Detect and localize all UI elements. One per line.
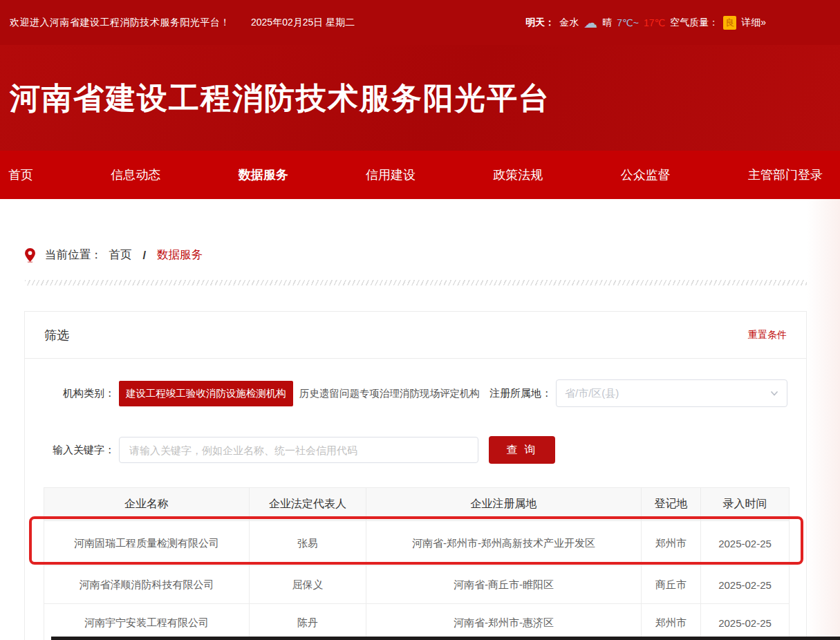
filter-card-header: 筛选 重置条件 [25, 312, 806, 359]
table-row[interactable]: 河南宇宁安装工程有限公司 陈丹 河南省-郑州市-惠济区 郑州市 2025-02-… [44, 604, 790, 640]
nav-item-supervision[interactable]: 公众监督 [621, 167, 671, 183]
cell-entry-date: 2025-02-25 [701, 604, 790, 640]
aqi-label: 空气质量： [670, 17, 718, 29]
cell-registry-city: 郑州市 [642, 521, 701, 566]
breadcrumb-label: 当前位置： [45, 247, 102, 263]
right-background-strip [807, 199, 840, 640]
top-info-bar: 欢迎进入河南省建设工程消防技术服务阳光平台！ 2025年02月25日 星期二 明… [0, 0, 840, 45]
hatched-divider [25, 280, 807, 285]
breadcrumb-separator: / [139, 249, 151, 262]
temp-high: 17℃ [644, 17, 665, 28]
chevron-down-icon [770, 389, 778, 397]
nav-item-admin-login[interactable]: 主管部门登录 [748, 167, 823, 183]
nav-item-home[interactable]: 首页 [8, 167, 33, 183]
page-content: 当前位置： 首页 / 数据服务 筛选 重置条件 机构类别： 建设工程竣工验收消防… [0, 199, 840, 640]
cell-registered-region: 河南省-郑州市-郑州高新技术产业开发区 [366, 521, 642, 566]
category-option-other[interactable]: 历史遗留问题专项治理消防现场评定机构 [299, 387, 480, 400]
table-row[interactable]: 河南省泽顺消防科技有限公司 屈保义 河南省-商丘市-睢阳区 商丘市 2025-0… [44, 566, 790, 604]
cell-registry-city: 商丘市 [642, 566, 701, 604]
footer-edge-strip [51, 637, 840, 640]
col-registered-region: 企业注册属地 [366, 488, 642, 521]
breadcrumb: 当前位置： 首页 / 数据服务 [25, 247, 203, 263]
nav-item-credit[interactable]: 信用建设 [366, 167, 416, 183]
breadcrumb-home-link[interactable]: 首页 [109, 247, 132, 263]
region-select-placeholder: 省/市/区(县) [565, 387, 770, 400]
weather-widget: 明天： 金水 ☁ 晴 7℃~ 17℃ 空气质量： 良 详细» [525, 16, 766, 30]
cell-registered-region: 河南省-郑州市-惠济区 [366, 604, 642, 640]
filter-card: 筛选 重置条件 机构类别： 建设工程竣工验收消防设施检测机构 历史遗留问题专项治… [24, 311, 807, 640]
cell-registry-city: 郑州市 [642, 604, 701, 640]
site-banner: 河南省建设工程消防技术服务阳光平台 [0, 45, 840, 151]
cell-company-name: 河南省泽顺消防科技有限公司 [44, 566, 250, 604]
col-company-name: 企业名称 [44, 488, 250, 521]
cloud-icon: ☁ [584, 16, 597, 30]
cell-legal-rep: 张易 [250, 521, 366, 566]
location-pin-icon [25, 248, 35, 263]
weather-detail-link[interactable]: 详细» [741, 17, 766, 29]
col-legal-rep: 企业法定代表人 [250, 488, 366, 521]
table-row[interactable]: 河南固瑞工程质量检测有限公司 张易 河南省-郑州市-郑州高新技术产业开发区 郑州… [44, 521, 790, 566]
nav-item-policy[interactable]: 政策法规 [493, 167, 543, 183]
cell-company-name: 河南固瑞工程质量检测有限公司 [44, 521, 250, 566]
nav-item-data-service[interactable]: 数据服务 [239, 167, 288, 183]
breadcrumb-current: 数据服务 [157, 247, 203, 263]
keyword-filter-row: 输入关键字： 查 询 [25, 436, 787, 464]
keyword-input[interactable] [119, 437, 478, 463]
cell-legal-rep: 陈丹 [250, 604, 366, 640]
category-filter-row: 机构类别： 建设工程竣工验收消防设施检测机构 历史遗留问题专项治理消防现场评定机… [25, 379, 787, 407]
weather-district: 金水 [559, 17, 579, 29]
keyword-label: 输入关键字： [25, 444, 115, 457]
reset-filters-link[interactable]: 重置条件 [748, 329, 787, 341]
welcome-text: 欢迎进入河南省建设工程消防技术服务阳光平台！ [10, 17, 230, 29]
cell-entry-date: 2025-02-25 [701, 521, 790, 566]
region-label: 注册所属地： [486, 387, 552, 400]
search-button[interactable]: 查 询 [489, 436, 555, 464]
col-entry-date: 录入时间 [701, 488, 790, 521]
cell-entry-date: 2025-02-25 [701, 566, 790, 604]
cell-legal-rep: 屈保义 [250, 566, 366, 604]
category-label: 机构类别： [25, 387, 115, 400]
weather-condition: 晴 [602, 17, 612, 29]
category-option-selected[interactable]: 建设工程竣工验收消防设施检测机构 [119, 381, 293, 406]
weather-tomorrow-label: 明天： [525, 17, 554, 29]
region-select[interactable]: 省/市/区(县) [556, 379, 787, 407]
table-header-row: 企业名称 企业法定代表人 企业注册属地 登记地 录入时间 [44, 488, 790, 521]
temp-low: 7℃~ [617, 17, 639, 28]
site-title: 河南省建设工程消防技术服务阳光平台 [10, 82, 840, 115]
col-registry-city: 登记地 [642, 488, 701, 521]
main-nav: 首页 信息动态 数据服务 信用建设 政策法规 公众监督 主管部门登录 [0, 151, 840, 199]
cell-registered-region: 河南省-商丘市-睢阳区 [366, 566, 642, 604]
filter-title: 筛选 [44, 327, 69, 343]
date-text: 2025年02月25日 星期二 [251, 17, 355, 29]
nav-item-news[interactable]: 信息动态 [111, 167, 160, 183]
results-table: 企业名称 企业法定代表人 企业注册属地 登记地 录入时间 河南固瑞工程质量检测有… [44, 487, 790, 640]
cell-company-name: 河南宇宁安装工程有限公司 [44, 604, 250, 640]
aqi-badge: 良 [723, 16, 736, 30]
